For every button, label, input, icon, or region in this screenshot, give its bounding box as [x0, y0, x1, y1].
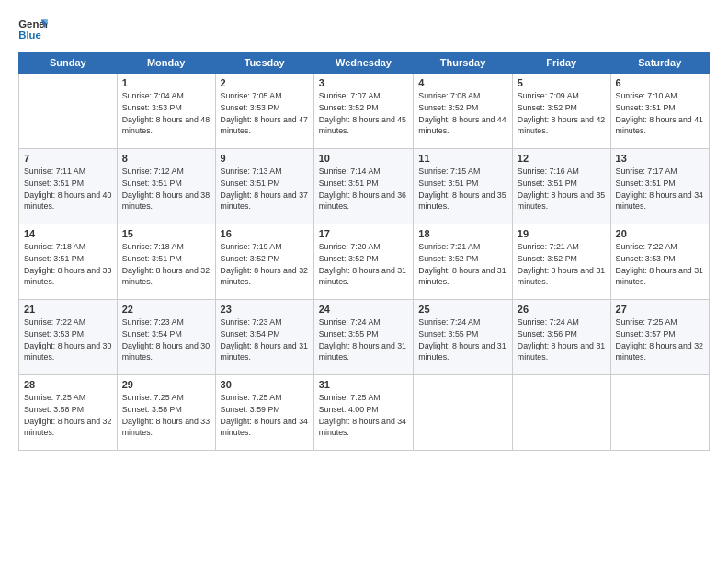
day-cell: 14Sunrise: 7:18 AM Sunset: 3:51 PM Dayli… [19, 224, 118, 300]
day-number: 1 [122, 77, 210, 88]
day-number: 20 [616, 228, 704, 239]
day-cell: 1Sunrise: 7:04 AM Sunset: 3:53 PM Daylig… [117, 74, 215, 149]
day-info: Sunrise: 7:13 AM Sunset: 3:51 PM Dayligh… [221, 166, 309, 213]
day-info: Sunrise: 7:12 AM Sunset: 3:51 PM Dayligh… [122, 166, 210, 213]
day-cell: 29Sunrise: 7:25 AM Sunset: 3:58 PM Dayli… [117, 375, 215, 451]
day-info: Sunrise: 7:10 AM Sunset: 3:51 PM Dayligh… [616, 90, 704, 137]
day-number: 5 [518, 77, 606, 88]
day-cell: 5Sunrise: 7:09 AM Sunset: 3:52 PM Daylig… [512, 74, 610, 149]
week-row-3: 14Sunrise: 7:18 AM Sunset: 3:51 PM Dayli… [19, 224, 710, 300]
day-info: Sunrise: 7:15 AM Sunset: 3:51 PM Dayligh… [418, 166, 507, 213]
day-number: 12 [518, 153, 606, 164]
week-row-4: 21Sunrise: 7:22 AM Sunset: 3:53 PM Dayli… [19, 300, 710, 375]
day-cell: 18Sunrise: 7:21 AM Sunset: 3:52 PM Dayli… [414, 224, 513, 300]
day-cell: 3Sunrise: 7:07 AM Sunset: 3:52 PM Daylig… [313, 74, 414, 149]
day-cell: 15Sunrise: 7:18 AM Sunset: 3:51 PM Dayli… [117, 224, 215, 300]
day-cell: 9Sunrise: 7:13 AM Sunset: 3:51 PM Daylig… [215, 149, 313, 224]
day-info: Sunrise: 7:24 AM Sunset: 3:55 PM Dayligh… [319, 316, 409, 363]
day-info: Sunrise: 7:24 AM Sunset: 3:56 PM Dayligh… [518, 316, 606, 363]
day-cell [414, 375, 513, 451]
day-info: Sunrise: 7:21 AM Sunset: 3:52 PM Dayligh… [518, 241, 606, 288]
day-number: 31 [319, 379, 409, 390]
day-info: Sunrise: 7:21 AM Sunset: 3:52 PM Dayligh… [418, 241, 507, 288]
day-cell: 10Sunrise: 7:14 AM Sunset: 3:51 PM Dayli… [313, 149, 414, 224]
day-info: Sunrise: 7:20 AM Sunset: 3:52 PM Dayligh… [319, 241, 409, 288]
day-cell [19, 74, 118, 149]
day-number: 4 [418, 77, 507, 88]
day-number: 7 [24, 153, 112, 164]
day-info: Sunrise: 7:14 AM Sunset: 3:51 PM Dayligh… [319, 166, 409, 213]
day-cell: 7Sunrise: 7:11 AM Sunset: 3:51 PM Daylig… [19, 149, 118, 224]
day-info: Sunrise: 7:24 AM Sunset: 3:55 PM Dayligh… [418, 316, 507, 363]
day-cell [610, 375, 709, 451]
day-number: 22 [122, 304, 210, 315]
logo-icon: General Blue [18, 17, 48, 42]
day-number: 23 [221, 304, 309, 315]
day-number: 14 [24, 228, 112, 239]
day-info: Sunrise: 7:25 AM Sunset: 3:58 PM Dayligh… [122, 392, 210, 439]
day-cell: 27Sunrise: 7:25 AM Sunset: 3:57 PM Dayli… [610, 300, 709, 375]
day-cell: 21Sunrise: 7:22 AM Sunset: 3:53 PM Dayli… [19, 300, 118, 375]
day-info: Sunrise: 7:19 AM Sunset: 3:52 PM Dayligh… [221, 241, 309, 288]
day-info: Sunrise: 7:25 AM Sunset: 3:57 PM Dayligh… [616, 316, 704, 363]
day-cell: 8Sunrise: 7:12 AM Sunset: 3:51 PM Daylig… [117, 149, 215, 224]
day-info: Sunrise: 7:04 AM Sunset: 3:53 PM Dayligh… [122, 90, 210, 137]
week-row-2: 7Sunrise: 7:11 AM Sunset: 3:51 PM Daylig… [19, 149, 710, 224]
day-info: Sunrise: 7:09 AM Sunset: 3:52 PM Dayligh… [518, 90, 606, 137]
day-cell: 13Sunrise: 7:17 AM Sunset: 3:51 PM Dayli… [610, 149, 709, 224]
day-number: 26 [518, 304, 606, 315]
header-row: SundayMondayTuesdayWednesdayThursdayFrid… [19, 52, 710, 74]
day-number: 9 [221, 153, 309, 164]
day-cell: 28Sunrise: 7:25 AM Sunset: 3:58 PM Dayli… [19, 375, 118, 451]
day-number: 21 [24, 304, 112, 315]
day-number: 25 [418, 304, 507, 315]
day-number: 11 [418, 153, 507, 164]
day-cell: 4Sunrise: 7:08 AM Sunset: 3:52 PM Daylig… [414, 74, 513, 149]
day-number: 16 [221, 228, 309, 239]
day-info: Sunrise: 7:16 AM Sunset: 3:51 PM Dayligh… [518, 166, 606, 213]
day-cell: 17Sunrise: 7:20 AM Sunset: 3:52 PM Dayli… [313, 224, 414, 300]
day-number: 28 [24, 379, 112, 390]
day-number: 27 [616, 304, 704, 315]
day-cell: 26Sunrise: 7:24 AM Sunset: 3:56 PM Dayli… [512, 300, 610, 375]
day-number: 6 [616, 77, 704, 88]
col-header-wednesday: Wednesday [313, 52, 414, 74]
week-row-5: 28Sunrise: 7:25 AM Sunset: 3:58 PM Dayli… [19, 375, 710, 451]
day-cell: 11Sunrise: 7:15 AM Sunset: 3:51 PM Dayli… [414, 149, 513, 224]
day-number: 2 [221, 77, 309, 88]
day-info: Sunrise: 7:23 AM Sunset: 3:54 PM Dayligh… [221, 316, 309, 363]
day-info: Sunrise: 7:07 AM Sunset: 3:52 PM Dayligh… [319, 90, 409, 137]
day-number: 29 [122, 379, 210, 390]
day-number: 18 [418, 228, 507, 239]
day-cell: 30Sunrise: 7:25 AM Sunset: 3:59 PM Dayli… [215, 375, 313, 451]
day-cell: 25Sunrise: 7:24 AM Sunset: 3:55 PM Dayli… [414, 300, 513, 375]
col-header-tuesday: Tuesday [215, 52, 313, 74]
day-number: 3 [319, 77, 409, 88]
day-cell: 31Sunrise: 7:25 AM Sunset: 4:00 PM Dayli… [313, 375, 414, 451]
day-number: 17 [319, 228, 409, 239]
day-cell: 23Sunrise: 7:23 AM Sunset: 3:54 PM Dayli… [215, 300, 313, 375]
day-cell: 6Sunrise: 7:10 AM Sunset: 3:51 PM Daylig… [610, 74, 709, 149]
logo: General Blue [18, 17, 48, 42]
day-number: 13 [616, 153, 704, 164]
day-info: Sunrise: 7:08 AM Sunset: 3:52 PM Dayligh… [418, 90, 507, 137]
day-info: Sunrise: 7:22 AM Sunset: 3:53 PM Dayligh… [24, 316, 112, 363]
day-info: Sunrise: 7:11 AM Sunset: 3:51 PM Dayligh… [24, 166, 112, 213]
day-cell: 24Sunrise: 7:24 AM Sunset: 3:55 PM Dayli… [313, 300, 414, 375]
day-info: Sunrise: 7:22 AM Sunset: 3:53 PM Dayligh… [616, 241, 704, 288]
header: General Blue [18, 17, 710, 42]
day-info: Sunrise: 7:25 AM Sunset: 3:59 PM Dayligh… [221, 392, 309, 439]
day-number: 30 [221, 379, 309, 390]
day-info: Sunrise: 7:18 AM Sunset: 3:51 PM Dayligh… [24, 241, 112, 288]
calendar-page: General Blue SundayMondayTuesdayWednesda… [0, 0, 728, 563]
day-info: Sunrise: 7:05 AM Sunset: 3:53 PM Dayligh… [221, 90, 309, 137]
day-info: Sunrise: 7:18 AM Sunset: 3:51 PM Dayligh… [122, 241, 210, 288]
day-cell: 12Sunrise: 7:16 AM Sunset: 3:51 PM Dayli… [512, 149, 610, 224]
day-number: 10 [319, 153, 409, 164]
day-number: 15 [122, 228, 210, 239]
week-row-1: 1Sunrise: 7:04 AM Sunset: 3:53 PM Daylig… [19, 74, 710, 149]
col-header-sunday: Sunday [19, 52, 118, 74]
day-info: Sunrise: 7:23 AM Sunset: 3:54 PM Dayligh… [122, 316, 210, 363]
day-number: 24 [319, 304, 409, 315]
col-header-monday: Monday [117, 52, 215, 74]
